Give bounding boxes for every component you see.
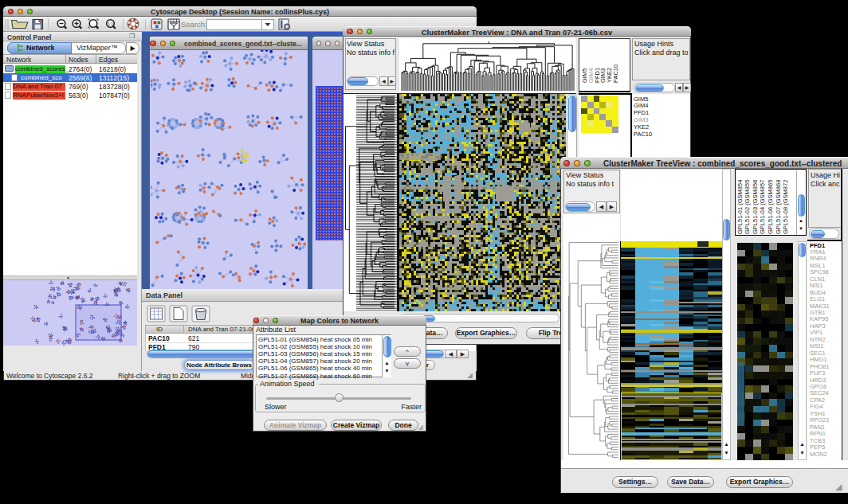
- svg-text:1:1: 1:1: [108, 21, 113, 26]
